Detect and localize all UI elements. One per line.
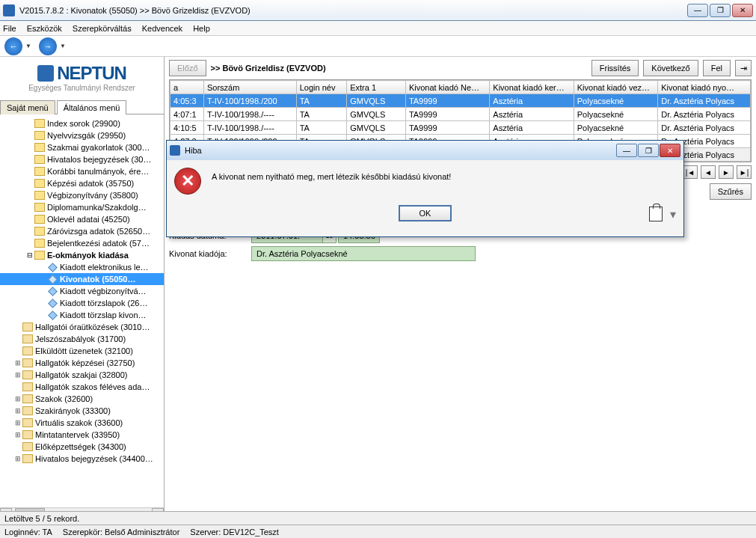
window-minimize-button[interactable]: —: [687, 4, 708, 17]
folder-icon: [34, 131, 45, 140]
tree-item[interactable]: Záróvizsga adatok (52650…: [0, 225, 164, 237]
tree-item[interactable]: Index sorok (29900): [0, 117, 164, 129]
menu-roleswitch[interactable]: Szerepkörváltás: [73, 24, 132, 33]
tree-expander[interactable]: ⊞: [13, 419, 22, 427]
table-row[interactable]: 4:05:3T-IV-100/1998./200TAGMVQLSTA9999As…: [170, 94, 751, 108]
tree-item[interactable]: Hivatalos bejegyzések (30…: [0, 153, 164, 165]
tree-item[interactable]: ⊞Hallgatók képzései (32750): [0, 357, 164, 369]
tree-item[interactable]: Képzési adatok (35750): [0, 177, 164, 189]
table-row[interactable]: 4:10:5T-IV-100/1998./----TAGMVQLSTA9999A…: [170, 121, 751, 135]
tree-item[interactable]: Hallgatók szakos féléves ada…: [0, 381, 164, 393]
tree-expander[interactable]: ⊞: [13, 359, 22, 367]
tree-item[interactable]: Kivonatok (55050…: [0, 273, 164, 285]
menu-help[interactable]: Help: [193, 24, 210, 33]
prev-button[interactable]: Előző: [169, 60, 206, 76]
tree-item[interactable]: Nyelvvizsgák (29950): [0, 129, 164, 141]
dialog-titlebar[interactable]: Hiba — ❐ ✕: [167, 141, 683, 160]
tree-item[interactable]: Végbizonyítvány (35800): [0, 189, 164, 201]
menu-file[interactable]: File: [3, 24, 16, 33]
tree-item-label: Hallgatók képzései (32750): [35, 358, 135, 367]
tree-item-label: Hivatalos bejegyzések (30…: [47, 155, 151, 164]
tree-item-label: Végbizonyítvány (35800): [47, 191, 138, 200]
tree-expander[interactable]: ⊞: [13, 407, 22, 415]
column-header[interactable]: Login név: [296, 81, 346, 94]
tree-item[interactable]: Kiadott végbizonyítvá…: [0, 285, 164, 297]
tree-item[interactable]: Kiadott elektronikus le…: [0, 261, 164, 273]
nav-first-button[interactable]: |◄: [683, 165, 698, 179]
up-button[interactable]: Fel: [703, 60, 731, 76]
tab-own-menu[interactable]: Saját menü: [0, 100, 55, 114]
tree-item[interactable]: Diplomamunka/Szakdolg…: [0, 201, 164, 213]
tree-expander[interactable]: ⊞: [13, 395, 22, 403]
tree-item[interactable]: Bejelentkezési adatok (57…: [0, 237, 164, 249]
tree-expander[interactable]: ⊟: [25, 251, 34, 259]
table-cell: GMVQLS: [347, 108, 406, 121]
nav-back-button[interactable]: ←: [4, 37, 22, 55]
table-cell: Asztéria: [490, 108, 574, 121]
tree-item-label: Oklevél adatai (45250): [47, 215, 130, 224]
column-header[interactable]: Kivonat kiadó nyo…: [658, 81, 751, 94]
tree-item-label: Kiadott törzslap kivon…: [60, 311, 147, 320]
window-close-button[interactable]: ✕: [732, 4, 753, 17]
tree-item[interactable]: ⊞Mintatantervek (33950): [0, 429, 164, 441]
field-kiado[interactable]: Dr. Asztéria Polyacsekné: [251, 246, 476, 261]
dialog-maximize-button[interactable]: ❐: [638, 144, 659, 157]
tree-item[interactable]: ⊞Virtuális szakok (33600): [0, 417, 164, 429]
diamond-icon: [48, 311, 58, 320]
tree-item[interactable]: ⊞Hallgatók szakjai (32800): [0, 369, 164, 381]
nav-prev-button[interactable]: ◄: [701, 165, 716, 179]
window-titlebar: V2015.7.8.2 : Kivonatok (55050) >> Bövö …: [0, 0, 756, 21]
filter-button[interactable]: Szűrés: [710, 183, 752, 200]
tree-item[interactable]: Hallgatói óraütközések (3010…: [0, 321, 164, 333]
tree-item[interactable]: ⊞Hivatalos bejegyzések (34400…: [0, 453, 164, 465]
column-header[interactable]: a: [170, 81, 204, 94]
column-header[interactable]: Sorszám: [203, 81, 296, 94]
tree-item[interactable]: Jelszószabályok (31700): [0, 333, 164, 345]
dialog-close-button[interactable]: ✕: [660, 144, 680, 157]
tree-item-label: Bejelentkezési adatok (57…: [47, 239, 150, 248]
tree-item[interactable]: Oklevél adatai (45250): [0, 213, 164, 225]
nav-forward-dropdown[interactable]: ▼: [60, 43, 66, 49]
window-maximize-button[interactable]: ❐: [710, 4, 731, 17]
tree-expander[interactable]: ⊞: [13, 371, 22, 379]
column-header[interactable]: Kivonat kiadó ker…: [490, 81, 574, 94]
refresh-button[interactable]: Frissítés: [591, 60, 639, 76]
next-button[interactable]: Következő: [643, 60, 698, 76]
folder-icon: [34, 239, 45, 248]
tree-item[interactable]: Előképzettségek (34300): [0, 441, 164, 453]
dialog-ok-button[interactable]: OK: [399, 205, 452, 221]
tree-item[interactable]: Kiadott törzslap kivon…: [0, 309, 164, 321]
tree-item-label: Záróvizsga adatok (52650…: [47, 227, 150, 236]
menu-tree[interactable]: Index sorok (29900)Nyelvvizsgák (29950)S…: [0, 114, 164, 507]
menu-favorites[interactable]: Kedvencek: [142, 24, 182, 33]
tree-item[interactable]: ⊞Szakok (32600): [0, 393, 164, 405]
menu-tools[interactable]: Eszközök: [27, 24, 62, 33]
nav-next-button[interactable]: ►: [719, 165, 734, 179]
logo-tagline: Egységes Tanulmányi Rendszer: [3, 84, 161, 92]
folder-icon: [34, 251, 45, 260]
tree-item[interactable]: Szakmai gyakorlatok (300…: [0, 141, 164, 153]
clipboard-copy-icon[interactable]: [649, 207, 663, 221]
nav-forward-button[interactable]: →: [39, 37, 57, 55]
expand-chevron-icon[interactable]: ▾: [670, 207, 676, 221]
table-row[interactable]: 4:07:1T-IV-100/1998./----TAGMVQLSTA9999A…: [170, 108, 751, 121]
tree-item[interactable]: Korábbi tanulmányok, ére…: [0, 165, 164, 177]
table-cell: TA: [296, 94, 346, 108]
column-header[interactable]: Kivonat kiadó vez…: [574, 81, 657, 94]
nav-back-dropdown[interactable]: ▼: [25, 43, 31, 49]
tree-expander[interactable]: ⊞: [13, 455, 22, 462]
tree-item[interactable]: Elküldött üzenetek (32100): [0, 345, 164, 357]
column-header[interactable]: Kivonat kiadó Ne…: [405, 81, 489, 94]
nav-last-button[interactable]: ►|: [737, 165, 752, 179]
tab-general-menu[interactable]: Általános menü: [57, 100, 127, 114]
tree-item-label: Kiadott elektronikus le…: [60, 263, 149, 272]
folder-icon: [22, 334, 33, 343]
tree-item[interactable]: Kiadott törzslapok (26…: [0, 297, 164, 309]
dialog-minimize-button[interactable]: —: [616, 144, 637, 157]
tree-item-label: Kiadott törzslapok (26…: [60, 299, 147, 308]
tree-item[interactable]: ⊞Szakirányok (33300): [0, 405, 164, 417]
tree-item[interactable]: ⊟E-okmányok kiadása: [0, 249, 164, 261]
tree-expander[interactable]: ⊞: [13, 431, 22, 438]
pin-button[interactable]: ⇥: [735, 60, 752, 76]
column-header[interactable]: Extra 1: [347, 81, 406, 94]
